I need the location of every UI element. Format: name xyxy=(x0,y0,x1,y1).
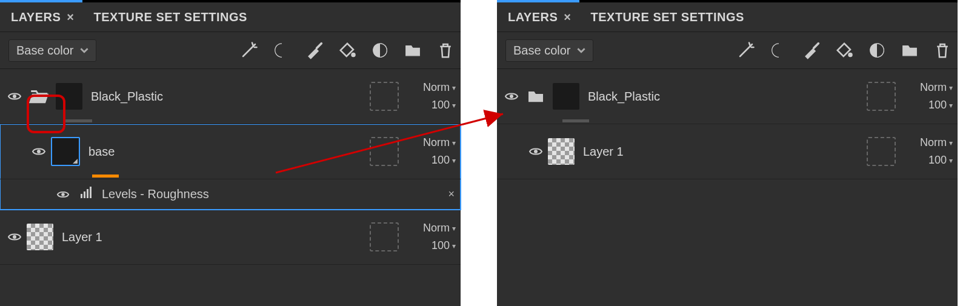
selected-layer-group: base Norm▾ 100▾ Levels - Roughness × xyxy=(0,124,461,210)
svg-point-3 xyxy=(37,150,41,153)
bucket-icon[interactable] xyxy=(338,41,356,59)
blend-mode-dropdown[interactable]: Norm▾ xyxy=(423,136,456,149)
svg-point-13 xyxy=(534,150,538,153)
tab-bar: LAYERS × TEXTURE SET SETTINGS xyxy=(497,2,958,32)
blend-mode-dropdown[interactable]: Norm▾ xyxy=(423,222,456,234)
tab-bar: LAYERS × TEXTURE SET SETTINGS xyxy=(0,2,461,32)
layer-toolbar: Base color xyxy=(497,32,958,69)
blend-mode-dropdown[interactable]: Norm▾ xyxy=(920,81,953,94)
remove-effect-icon[interactable]: × xyxy=(448,188,455,201)
opacity-dropdown[interactable]: 100▾ xyxy=(432,154,456,167)
channel-indicator xyxy=(562,119,589,122)
svg-point-9 xyxy=(13,235,16,239)
tab-label: LAYERS xyxy=(11,10,61,24)
smart-material-icon[interactable] xyxy=(868,41,886,59)
channel-dropdown[interactable]: Base color xyxy=(505,39,593,62)
mask-icon[interactable] xyxy=(770,41,788,59)
tab-texture-set-settings[interactable]: TEXTURE SET SETTINGS xyxy=(82,2,255,32)
eye-icon xyxy=(528,144,543,159)
tab-label: TEXTURE SET SETTINGS xyxy=(590,10,744,24)
channel-label: Base color xyxy=(513,44,571,58)
visibility-toggle[interactable] xyxy=(30,144,47,159)
folder-open-icon xyxy=(25,83,52,110)
folder-thumbnail xyxy=(553,83,579,110)
svg-point-2 xyxy=(13,95,16,98)
eye-icon xyxy=(504,89,519,104)
visibility-toggle[interactable] xyxy=(55,188,72,201)
folder-closed-icon xyxy=(522,83,549,110)
svg-point-10 xyxy=(848,53,852,56)
visibility-toggle[interactable] xyxy=(6,230,23,244)
svg-rect-8 xyxy=(90,187,92,198)
toolbar-actions xyxy=(737,41,952,59)
layer-name[interactable]: Black_Plastic xyxy=(91,90,370,104)
trash-icon[interactable] xyxy=(933,41,952,59)
tab-label: TEXTURE SET SETTINGS xyxy=(93,10,247,24)
effects-icon[interactable] xyxy=(737,41,755,59)
layer-list: Black_Plastic Norm▾ 100▾ Layer 1 xyxy=(497,69,958,179)
visibility-toggle[interactable] xyxy=(6,89,23,104)
tab-layers[interactable]: LAYERS × xyxy=(497,2,579,32)
layer-thumbnail xyxy=(548,138,575,165)
brush-icon[interactable] xyxy=(802,41,821,59)
eye-icon xyxy=(56,188,70,201)
layer-list: Black_Plastic Norm▾ 100▾ xyxy=(0,69,461,265)
visibility-toggle[interactable] xyxy=(503,89,520,104)
mask-slot[interactable] xyxy=(370,222,399,251)
fill-indicator-icon xyxy=(73,159,78,164)
opacity-dropdown[interactable]: 100▾ xyxy=(432,99,456,111)
layer-toolbar: Base color xyxy=(0,32,461,69)
channel-label: Base color xyxy=(16,44,74,58)
svg-rect-5 xyxy=(81,194,82,198)
eye-icon xyxy=(32,144,46,159)
channel-dropdown[interactable]: Base color xyxy=(8,39,96,62)
svg-rect-6 xyxy=(84,191,85,198)
tab-layers[interactable]: LAYERS × xyxy=(0,2,82,32)
channel-indicator xyxy=(65,119,92,122)
layer-name[interactable]: Black_Plastic xyxy=(588,90,867,104)
blend-mode-dropdown[interactable]: Norm▾ xyxy=(920,136,953,149)
opacity-dropdown[interactable]: 100▾ xyxy=(928,99,953,111)
brush-icon[interactable] xyxy=(305,41,324,59)
mask-slot[interactable] xyxy=(370,137,399,166)
layer-name[interactable]: Layer 1 xyxy=(62,230,370,244)
mask-slot[interactable] xyxy=(867,137,896,166)
svg-point-4 xyxy=(61,193,65,196)
bucket-icon[interactable] xyxy=(835,41,853,59)
layer-name[interactable]: base xyxy=(88,145,370,159)
trash-icon[interactable] xyxy=(436,41,455,59)
opacity-dropdown[interactable]: 100▾ xyxy=(432,239,456,252)
chevron-down-icon xyxy=(80,46,88,55)
folder-thumbnail xyxy=(56,83,82,110)
tab-texture-set-settings[interactable]: TEXTURE SET SETTINGS xyxy=(579,2,752,32)
close-icon[interactable]: × xyxy=(67,10,74,24)
close-icon[interactable]: × xyxy=(564,10,571,24)
smart-material-icon[interactable] xyxy=(371,41,389,59)
channel-indicator xyxy=(92,175,119,178)
tab-label: LAYERS xyxy=(508,10,558,24)
layer-thumbnail xyxy=(51,137,80,166)
layer-folder-black-plastic[interactable]: Black_Plastic Norm▾ 100▾ xyxy=(0,69,461,124)
layer-layer1[interactable]: Layer 1 Norm▾ 100▾ xyxy=(0,210,461,265)
effect-name: Levels - Roughness xyxy=(102,187,209,201)
mask-icon[interactable] xyxy=(273,41,291,59)
opacity-dropdown[interactable]: 100▾ xyxy=(928,154,953,167)
layer-base[interactable]: base Norm▾ 100▾ xyxy=(0,124,461,179)
mask-slot[interactable] xyxy=(370,82,399,111)
effect-levels-roughness[interactable]: Levels - Roughness × xyxy=(0,179,461,210)
chevron-down-icon xyxy=(577,46,585,55)
layer-name[interactable]: Layer 1 xyxy=(583,145,867,159)
layer-folder-black-plastic[interactable]: Black_Plastic Norm▾ 100▾ xyxy=(497,69,958,124)
mask-slot[interactable] xyxy=(867,82,896,111)
visibility-toggle[interactable] xyxy=(527,144,544,159)
toolbar-actions xyxy=(240,41,455,59)
layer-layer1[interactable]: Layer 1 Norm▾ 100▾ xyxy=(497,124,958,179)
effects-icon[interactable] xyxy=(240,41,258,59)
blend-mode-dropdown[interactable]: Norm▾ xyxy=(423,81,456,94)
svg-point-0 xyxy=(352,53,355,56)
new-folder-icon[interactable] xyxy=(404,41,422,59)
layer-thumbnail xyxy=(27,224,53,250)
layers-panel-left: LAYERS × TEXTURE SET SETTINGS Base color xyxy=(0,0,461,306)
new-folder-icon[interactable] xyxy=(901,41,919,59)
svg-rect-7 xyxy=(87,189,88,198)
